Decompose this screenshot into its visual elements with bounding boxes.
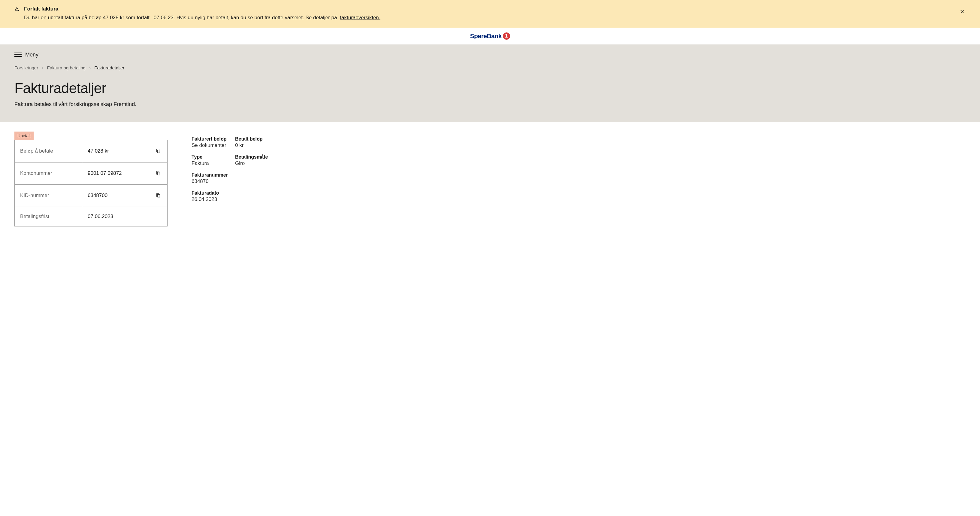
info-label: Fakturert beløp — [192, 136, 235, 142]
payment-details-table: Beløp å betale47 028 krKontonummer9001 0… — [14, 140, 167, 226]
status-badge: Ubetalt — [14, 132, 33, 140]
table-value-cell: 6348700 — [82, 185, 167, 207]
alert-title: Forfalt faktura — [24, 6, 966, 12]
menu-bar: Meny — [0, 45, 980, 65]
table-label: Kontonummer — [15, 162, 82, 185]
chevron-right-icon: › — [42, 65, 43, 70]
table-row: Kontonummer9001 07 09872 — [15, 162, 167, 185]
info-value: Se dokumenter — [192, 142, 235, 148]
info-item: TypeFaktura — [192, 154, 235, 166]
info-label: Betalt beløp — [235, 136, 278, 142]
info-grid: Fakturert beløpSe dokumenterBetalt beløp… — [192, 136, 966, 202]
content: Ubetalt Beløp å betale47 028 krKontonumm… — [0, 122, 980, 246]
copy-icon — [156, 194, 161, 199]
page-title: Fakturadetaljer — [14, 80, 966, 96]
table-value-cell: 07.06.2023 — [82, 207, 167, 226]
copy-icon — [156, 150, 161, 154]
copy-button[interactable] — [154, 169, 162, 178]
info-label: Fakturadato — [192, 190, 278, 196]
alert-text-1: Du har en ubetalt faktura på beløp 47 02… — [24, 15, 150, 21]
info-item: BetalingsmåteGiro — [235, 154, 278, 166]
table-value: 47 028 kr — [88, 148, 109, 154]
copy-button[interactable] — [154, 191, 162, 200]
table-value-cell: 47 028 kr — [82, 140, 167, 162]
menu-button[interactable]: Meny — [14, 52, 38, 58]
menu-label: Meny — [25, 52, 38, 58]
info-value: 0 kr — [235, 142, 278, 148]
logo-bar: SpareBank 1 — [0, 28, 980, 45]
table-row: KID-nummer6348700 — [15, 185, 167, 207]
table-label: Betalingsfrist — [15, 207, 82, 226]
table-value: 6348700 — [88, 193, 108, 199]
alert-content: Forfalt faktura Du har en ubetalt faktur… — [24, 6, 966, 22]
logo-badge-icon: 1 — [503, 32, 510, 40]
info-value: Faktura — [192, 160, 235, 166]
info-label: Betalingsmåte — [235, 154, 278, 160]
info-value: 634870 — [192, 178, 278, 185]
chevron-right-icon: › — [89, 65, 91, 70]
left-column: Ubetalt Beløp å betale47 028 krKontonumm… — [14, 132, 167, 226]
copy-icon — [156, 172, 161, 177]
info-label: Type — [192, 154, 235, 160]
info-item: Fakturanummer634870 — [192, 172, 278, 185]
table-value: 9001 07 09872 — [88, 170, 122, 176]
copy-button[interactable] — [154, 147, 162, 156]
info-item: Fakturadato26.04.2023 — [192, 190, 278, 202]
info-value: 26.04.2023 — [192, 196, 278, 202]
alert-banner: Forfalt faktura Du har en ubetalt faktur… — [0, 0, 980, 28]
svg-rect-1 — [158, 172, 160, 175]
alert-text-2: 07.06.23. Hvis du nylig har betalt, kan … — [154, 15, 337, 21]
svg-rect-2 — [158, 194, 160, 197]
alert-link[interactable]: fakturaoversikten. — [340, 15, 380, 21]
table-label: Beløp å betale — [15, 140, 82, 162]
hamburger-icon — [14, 53, 22, 57]
table-label: KID-nummer — [15, 185, 82, 207]
warning-icon — [14, 6, 19, 13]
logo-text: SpareBank — [470, 32, 501, 40]
alert-message: Du har en ubetalt faktura på beløp 47 02… — [24, 14, 966, 22]
breadcrumb: Forsikringer › Faktura og betaling › Fak… — [0, 65, 980, 73]
page-header: Fakturadetaljer Faktura betales til vårt… — [0, 73, 980, 122]
info-label: Fakturanummer — [192, 172, 278, 178]
table-value-cell: 9001 07 09872 — [82, 162, 167, 185]
table-row: Betalingsfrist07.06.2023 — [15, 207, 167, 226]
close-icon: ✕ — [960, 9, 964, 15]
breadcrumb-current: Fakturadetaljer — [94, 65, 124, 70]
info-value: Giro — [235, 160, 278, 166]
info-item: Betalt beløp0 kr — [235, 136, 278, 148]
breadcrumb-item-forsikringer[interactable]: Forsikringer — [14, 65, 38, 70]
breadcrumb-item-faktura[interactable]: Faktura og betaling — [47, 65, 86, 70]
right-column: Fakturert beløpSe dokumenterBetalt beløp… — [192, 132, 966, 202]
info-item: Fakturert beløpSe dokumenter — [192, 136, 235, 148]
page-subtitle: Faktura betales til vårt forsikringssels… — [14, 101, 966, 108]
logo-link[interactable]: SpareBank 1 — [470, 32, 510, 40]
alert-close-button[interactable]: ✕ — [959, 7, 966, 16]
svg-rect-0 — [158, 150, 160, 153]
table-value: 07.06.2023 — [88, 213, 113, 220]
page-wrap: Meny Forsikringer › Faktura og betaling … — [0, 45, 980, 122]
table-row: Beløp å betale47 028 kr — [15, 140, 167, 162]
